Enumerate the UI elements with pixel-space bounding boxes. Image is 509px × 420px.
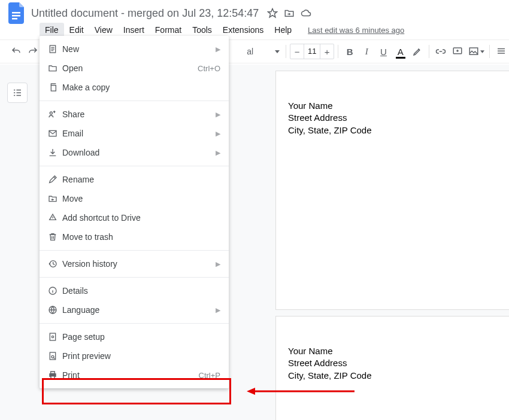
doc-line: Your Name — [288, 345, 509, 357]
svg-rect-13 — [50, 333, 55, 340]
menu-item-label: Language — [62, 305, 216, 315]
font-size-value[interactable]: 11 — [304, 44, 320, 59]
menu-item-email[interactable]: Email ▶ — [40, 124, 229, 143]
doc-line: City, State, ZIP Code — [288, 370, 509, 382]
document-page[interactable]: Your Name Street Address City, State, ZI… — [275, 316, 509, 420]
doc-line: Your Name — [288, 100, 509, 112]
toolbar-separator — [338, 45, 338, 58]
menu-item-label: Download — [62, 148, 216, 157]
info-icon — [48, 286, 62, 296]
menu-edit[interactable]: Edit — [64, 23, 89, 37]
docs-logo-icon[interactable] — [5, 1, 29, 25]
outline-toggle-button[interactable] — [7, 83, 28, 103]
print-icon — [48, 370, 62, 380]
menu-item-details[interactable]: Details — [40, 281, 229, 300]
menu-help[interactable]: Help — [269, 23, 297, 37]
menu-item-shortcut: Ctrl+O — [198, 64, 220, 73]
menu-separator — [40, 166, 229, 166]
font-size-control: − 11 + — [290, 44, 334, 59]
insert-link-button[interactable] — [433, 43, 449, 60]
insert-image-button[interactable] — [466, 43, 486, 60]
drive-shortcut-icon — [48, 213, 62, 223]
page-setup-icon — [48, 332, 62, 342]
svg-rect-17 — [51, 376, 54, 378]
menu-item-label: Version history — [62, 259, 216, 269]
underline-button[interactable]: U — [375, 43, 391, 60]
paragraph-style-label: al — [247, 47, 253, 56]
menu-insert[interactable]: Insert — [118, 23, 150, 37]
document-page[interactable]: Your Name Street Address City, State, ZI… — [275, 71, 509, 310]
font-size-increase-button[interactable]: + — [320, 47, 334, 57]
doc-line: Street Address — [288, 112, 509, 124]
menu-separator — [40, 101, 229, 101]
menu-item-label: New — [62, 44, 216, 54]
rename-icon — [48, 175, 62, 184]
menu-item-label: Page setup — [62, 332, 220, 342]
menu-item-label: Move — [62, 194, 220, 203]
doc-line: Street Address — [288, 357, 509, 369]
submenu-arrow-icon: ▶ — [216, 260, 220, 268]
italic-button[interactable]: I — [359, 43, 374, 60]
menu-item-label: Share — [62, 109, 216, 119]
menu-format[interactable]: Format — [150, 23, 187, 37]
doc-line: City, State, ZIP Code — [288, 124, 509, 136]
menu-item-move-trash[interactable]: Move to trash — [40, 227, 229, 246]
menu-item-shortcut: Ctrl+P — [199, 371, 220, 380]
menu-item-move[interactable]: Move — [40, 189, 229, 208]
menu-item-print[interactable]: Print Ctrl+P — [40, 366, 229, 385]
menu-item-rename[interactable]: Rename — [40, 170, 229, 189]
new-document-icon — [48, 44, 62, 54]
toolbar-separator — [489, 45, 490, 58]
last-edit-link[interactable]: Last edit was 6 minutes ago — [308, 26, 404, 35]
menu-item-label: Open — [62, 63, 198, 73]
folder-open-icon — [48, 63, 62, 73]
download-icon — [48, 148, 62, 157]
menu-item-make-copy[interactable]: Make a copy — [40, 78, 229, 97]
highlight-color-button[interactable] — [410, 43, 425, 60]
menu-item-language[interactable]: Language ▶ — [40, 300, 229, 319]
menu-item-print-preview[interactable]: Print preview — [40, 346, 229, 366]
share-icon — [48, 109, 62, 119]
globe-icon — [48, 305, 62, 315]
svg-point-16 — [51, 355, 54, 358]
file-dropdown-menu: New ▶ Open Ctrl+O Make a copy Share ▶ Em… — [40, 36, 229, 388]
move-folder-icon[interactable] — [284, 8, 295, 19]
svg-marker-3 — [268, 9, 277, 17]
trash-icon — [48, 232, 62, 242]
menu-item-new[interactable]: New ▶ — [40, 39, 229, 59]
align-button[interactable] — [493, 43, 509, 60]
paragraph-style-dropdown[interactable]: al — [242, 44, 282, 59]
document-title[interactable]: Untitled document - merged on Jul 23, 12… — [31, 7, 259, 20]
menu-tools[interactable]: Tools — [187, 23, 217, 37]
menu-file[interactable]: File — [40, 23, 64, 37]
redo-button[interactable] — [25, 43, 41, 60]
menu-item-label: Rename — [62, 175, 220, 184]
menu-extensions[interactable]: Extensions — [217, 23, 269, 37]
email-icon — [48, 129, 62, 138]
history-icon — [48, 259, 62, 269]
star-icon[interactable] — [267, 8, 278, 19]
menu-item-share[interactable]: Share ▶ — [40, 105, 229, 124]
menu-item-label: Move to trash — [62, 232, 220, 242]
menu-item-add-shortcut[interactable]: Add shortcut to Drive — [40, 208, 229, 227]
menu-item-page-setup[interactable]: Page setup — [40, 327, 229, 346]
toolbar-separator — [286, 45, 286, 58]
menu-view[interactable]: View — [89, 23, 118, 37]
menu-item-open[interactable]: Open Ctrl+O — [40, 59, 229, 78]
menu-item-label: Print preview — [62, 351, 220, 361]
add-comment-button[interactable] — [450, 43, 465, 60]
submenu-arrow-icon: ▶ — [216, 149, 220, 157]
undo-button[interactable] — [8, 43, 24, 60]
font-size-decrease-button[interactable]: − — [290, 47, 304, 57]
menu-item-version-history[interactable]: Version history ▶ — [40, 254, 229, 273]
bold-button[interactable]: B — [342, 43, 357, 60]
cloud-status-icon[interactable] — [301, 8, 311, 19]
svg-rect-0 — [12, 12, 20, 14]
text-color-button[interactable]: A — [393, 43, 408, 60]
svg-rect-2 — [12, 18, 17, 20]
print-preview-icon — [48, 351, 62, 361]
menu-separator — [40, 250, 229, 251]
menu-item-label: Email — [62, 129, 216, 138]
svg-rect-5 — [469, 48, 478, 54]
menu-item-download[interactable]: Download ▶ — [40, 143, 229, 162]
